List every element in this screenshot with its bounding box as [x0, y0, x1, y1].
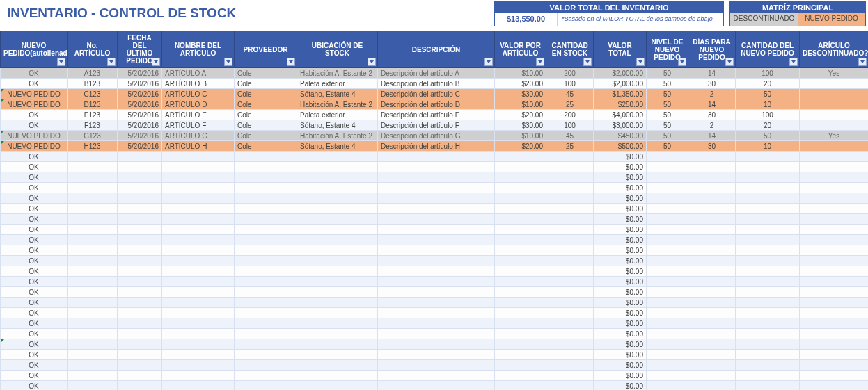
table-cell[interactable]: OK — [1, 183, 68, 193]
table-cell[interactable] — [688, 318, 736, 329]
table-cell[interactable] — [235, 162, 297, 172]
table-row[interactable]: OK$0.00 — [1, 266, 869, 277]
table-cell[interactable]: OK — [1, 225, 68, 235]
table-cell[interactable] — [688, 339, 736, 350]
table-cell[interactable] — [495, 298, 546, 308]
table-cell[interactable] — [118, 204, 162, 214]
table-cell[interactable]: 50 — [647, 110, 688, 120]
table-cell[interactable] — [162, 162, 235, 172]
table-cell[interactable] — [297, 245, 378, 256]
table-cell[interactable] — [118, 360, 162, 371]
table-cell[interactable] — [800, 318, 869, 329]
table-row[interactable]: OK$0.00 — [1, 287, 869, 298]
table-cell[interactable] — [546, 298, 594, 308]
filter-dropdown-icon[interactable] — [789, 58, 798, 66]
table-cell[interactable] — [118, 162, 162, 172]
table-cell[interactable]: B123 — [68, 79, 118, 89]
table-cell[interactable] — [736, 193, 800, 204]
table-cell[interactable] — [118, 287, 162, 298]
table-cell[interactable]: Cole — [235, 110, 297, 120]
table-cell[interactable] — [118, 381, 162, 391]
table-row[interactable]: OK$0.00 — [1, 371, 869, 381]
table-cell[interactable] — [800, 141, 869, 152]
table-cell[interactable] — [118, 152, 162, 162]
table-cell[interactable] — [495, 266, 546, 277]
table-cell[interactable]: $500.00 — [594, 141, 647, 152]
table-cell[interactable] — [647, 225, 688, 235]
table-cell[interactable] — [162, 350, 235, 360]
table-cell[interactable] — [736, 371, 800, 381]
table-cell[interactable] — [495, 152, 546, 162]
filter-dropdown-icon[interactable] — [725, 58, 734, 66]
table-cell[interactable]: 5/20/2016 — [118, 141, 162, 152]
table-cell[interactable] — [647, 381, 688, 391]
table-cell[interactable] — [235, 350, 297, 360]
table-cell[interactable]: Habitación A, Estante 2 — [297, 68, 378, 79]
table-cell[interactable]: 50 — [647, 99, 688, 110]
table-row[interactable]: OK$0.00 — [1, 245, 869, 256]
table-cell[interactable]: Cole — [235, 79, 297, 89]
table-cell[interactable] — [118, 225, 162, 235]
table-cell[interactable]: ARTÍCULO A — [162, 68, 235, 79]
table-cell[interactable]: 200 — [546, 68, 594, 79]
table-cell[interactable] — [495, 204, 546, 214]
table-row[interactable]: OK$0.00 — [1, 204, 869, 214]
table-cell[interactable] — [297, 329, 378, 339]
table-cell[interactable] — [546, 266, 594, 277]
table-cell[interactable] — [736, 318, 800, 329]
table-cell[interactable] — [546, 329, 594, 339]
table-cell[interactable] — [68, 225, 118, 235]
table-cell[interactable] — [378, 371, 495, 381]
table-cell[interactable] — [118, 183, 162, 193]
table-cell[interactable] — [688, 381, 736, 391]
table-cell[interactable] — [378, 266, 495, 277]
table-cell[interactable]: C123 — [68, 89, 118, 99]
table-cell[interactable] — [736, 245, 800, 256]
table-cell[interactable] — [800, 110, 869, 120]
table-cell[interactable]: $10.00 — [495, 99, 546, 110]
table-cell[interactable] — [162, 277, 235, 287]
table-cell[interactable] — [800, 172, 869, 183]
table-cell[interactable] — [162, 318, 235, 329]
table-cell[interactable]: 45 — [546, 89, 594, 99]
table-cell[interactable] — [378, 256, 495, 266]
filter-dropdown-icon[interactable] — [678, 58, 686, 66]
table-cell[interactable] — [495, 277, 546, 287]
table-cell[interactable] — [688, 183, 736, 193]
filter-dropdown-icon[interactable] — [287, 58, 295, 66]
filter-dropdown-icon[interactable] — [57, 58, 65, 66]
table-cell[interactable] — [297, 235, 378, 245]
table-cell[interactable] — [297, 381, 378, 391]
table-cell[interactable]: 50 — [647, 120, 688, 131]
table-cell[interactable] — [688, 308, 736, 318]
table-cell[interactable]: Descripción del artículo B — [378, 79, 495, 89]
table-cell[interactable]: OK — [1, 79, 68, 89]
table-cell[interactable]: $250.00 — [594, 99, 647, 110]
table-cell[interactable] — [118, 193, 162, 204]
table-cell[interactable] — [162, 235, 235, 245]
table-cell[interactable]: OK — [1, 308, 68, 318]
table-cell[interactable]: 100 — [736, 110, 800, 120]
table-cell[interactable] — [546, 350, 594, 360]
table-cell[interactable] — [297, 298, 378, 308]
table-cell[interactable] — [800, 371, 869, 381]
table-cell[interactable]: $0.00 — [594, 256, 647, 266]
table-row[interactable]: OK$0.00 — [1, 318, 869, 329]
table-cell[interactable]: 5/20/2016 — [118, 110, 162, 120]
table-cell[interactable]: OK — [1, 162, 68, 172]
table-cell[interactable] — [688, 235, 736, 245]
table-cell[interactable]: G123 — [68, 131, 118, 141]
table-cell[interactable] — [118, 308, 162, 318]
table-cell[interactable] — [162, 371, 235, 381]
table-cell[interactable]: $450.00 — [594, 131, 647, 141]
table-cell[interactable]: ARTÍCULO G — [162, 131, 235, 141]
table-cell[interactable]: 5/20/2016 — [118, 120, 162, 131]
table-cell[interactable] — [297, 183, 378, 193]
table-cell[interactable] — [68, 308, 118, 318]
table-cell[interactable]: $0.00 — [594, 172, 647, 183]
table-cell[interactable]: OK — [1, 329, 68, 339]
table-cell[interactable]: NUEVO PEDIDO — [1, 131, 68, 141]
table-cell[interactable] — [118, 318, 162, 329]
table-cell[interactable] — [800, 79, 869, 89]
table-cell[interactable] — [118, 245, 162, 256]
